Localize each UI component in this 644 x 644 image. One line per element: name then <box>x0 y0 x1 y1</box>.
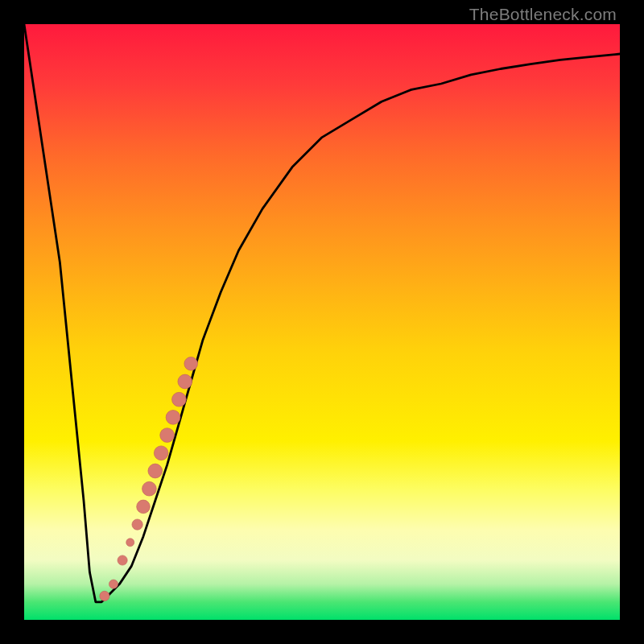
data-marker <box>184 357 198 370</box>
data-marker <box>109 580 118 588</box>
data-marker <box>126 539 134 547</box>
curve-line <box>24 24 620 602</box>
data-marker <box>137 500 151 514</box>
data-marker <box>118 555 127 565</box>
attribution-label: TheBottleneck.com <box>469 5 617 24</box>
data-marker <box>154 446 168 460</box>
data-marker <box>178 374 192 389</box>
data-marker <box>142 481 157 496</box>
data-marker <box>132 519 142 530</box>
data-marker <box>100 591 109 601</box>
data-markers <box>100 357 198 601</box>
plot-area <box>24 24 620 620</box>
chart-svg <box>24 24 620 620</box>
chart-frame: TheBottleneck.com <box>0 0 644 644</box>
data-marker <box>166 411 180 425</box>
data-marker <box>148 464 163 478</box>
data-marker <box>172 392 187 407</box>
curve-path <box>24 24 620 602</box>
data-marker <box>160 428 175 443</box>
